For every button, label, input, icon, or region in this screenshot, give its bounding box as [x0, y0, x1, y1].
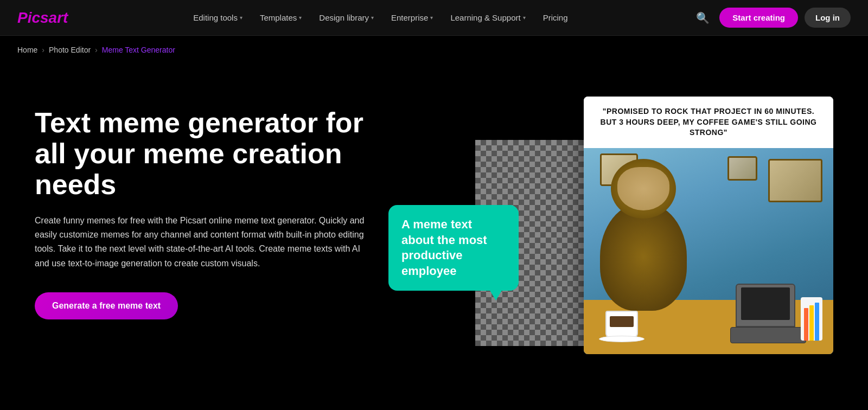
chevron-down-icon: ▾: [371, 15, 374, 21]
navbar: Picsart Editing tools ▾ Templates ▾ Desi…: [0, 0, 868, 36]
nav-item-learning-support[interactable]: Learning & Support ▾: [443, 9, 533, 27]
breadcrumb: Home › Photo Editor › Meme Text Generato…: [0, 36, 868, 64]
meme-top-text: "PROMISED TO ROCK THAT PROJECT IN 60 MIN…: [595, 106, 822, 138]
nav-item-label: Learning & Support: [450, 13, 520, 22]
chevron-down-icon: ▾: [299, 15, 302, 21]
chevron-down-icon: ▾: [430, 15, 433, 21]
hero-content: Text meme generator for all your meme cr…: [35, 97, 393, 319]
speech-bubble: A meme text about the most productive em…: [388, 205, 519, 291]
coffee-saucer: [599, 336, 644, 342]
nav-links: Editing tools ▾ Templates ▾ Design libra…: [186, 9, 575, 27]
breadcrumb-separator: ›: [95, 46, 98, 54]
logo[interactable]: Picsart: [17, 9, 68, 27]
pencil-red: [804, 308, 808, 341]
hero-visual: "PROMISED TO ROCK THAT PROJECT IN 60 MIN…: [497, 97, 833, 400]
nav-item-design-library[interactable]: Design library ▾: [311, 9, 381, 27]
meme-card-header: "PROMISED TO ROCK THAT PROJECT IN 60 MIN…: [584, 97, 833, 148]
logo-text: Picsart: [17, 9, 68, 27]
breadcrumb-current: Meme Text Generator: [102, 46, 175, 54]
speech-bubble-text: A meme text about the most productive em…: [401, 217, 487, 278]
nav-item-label: Pricing: [543, 13, 568, 22]
keyboard: [730, 327, 806, 343]
nav-item-label: Templates: [260, 13, 297, 22]
chevron-down-icon: ▾: [240, 15, 242, 21]
wall-frame-1: [768, 159, 822, 202]
pencil-yellow: [809, 305, 814, 341]
nav-item-pricing[interactable]: Pricing: [535, 9, 576, 27]
nav-item-label: Design library: [319, 13, 369, 22]
chevron-down-icon: ▾: [523, 15, 526, 21]
breadcrumb-home[interactable]: Home: [17, 46, 37, 54]
nav-item-label: Editing tools: [193, 13, 238, 22]
laptop: [736, 284, 795, 327]
breadcrumb-separator: ›: [42, 46, 44, 54]
breadcrumb-photo-editor[interactable]: Photo Editor: [49, 46, 91, 54]
sloth-face: [617, 167, 669, 210]
start-creating-button[interactable]: Start creating: [719, 8, 798, 28]
pencil-blue: [815, 303, 819, 341]
hero-section: Text meme generator for all your meme cr…: [0, 64, 868, 410]
meme-card-image: [584, 148, 833, 354]
nav-item-label: Enterprise: [391, 13, 428, 22]
nav-item-templates[interactable]: Templates ▾: [252, 9, 309, 27]
search-button[interactable]: 🔍: [693, 8, 713, 28]
login-button[interactable]: Log in: [805, 8, 851, 28]
meme-card: "PROMISED TO ROCK THAT PROJECT IN 60 MIN…: [584, 97, 833, 354]
generate-meme-button[interactable]: Generate a free meme text: [35, 292, 178, 319]
nav-item-editing-tools[interactable]: Editing tools ▾: [186, 9, 250, 27]
nav-item-enterprise[interactable]: Enterprise ▾: [384, 9, 441, 27]
laptop-screen: [741, 287, 790, 320]
coffee-liquid: [610, 316, 634, 327]
nav-actions: 🔍 Start creating Log in: [693, 8, 851, 28]
coffee-cup: [605, 311, 638, 338]
pencil-cup: [801, 297, 822, 341]
wall-frame-3: [727, 156, 757, 181]
hero-title: Text meme generator for all your meme cr…: [35, 107, 393, 201]
hero-description: Create funny memes for free with the Pic…: [35, 214, 371, 271]
sloth-body: [600, 202, 687, 311]
